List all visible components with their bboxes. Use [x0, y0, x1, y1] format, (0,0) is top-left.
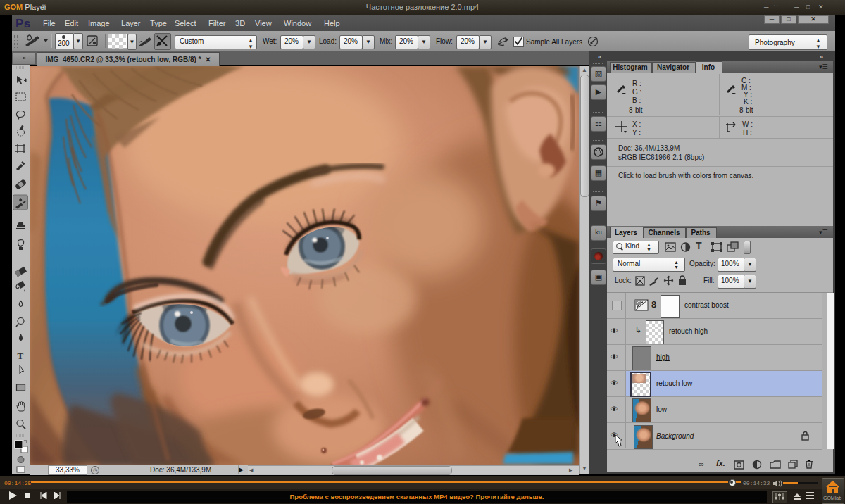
svg-text:T: T — [18, 351, 24, 361]
